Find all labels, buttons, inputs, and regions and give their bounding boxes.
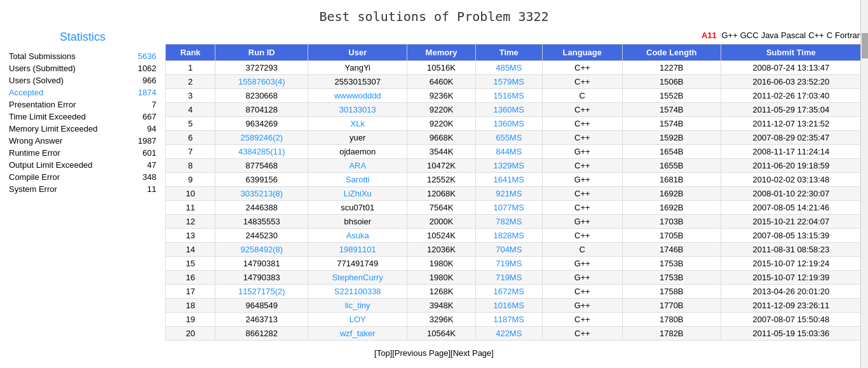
footer-link[interactable]: [Previous Page]: [392, 348, 451, 358]
user-cell[interactable]: LOY: [308, 313, 407, 327]
user-link[interactable]: Asuka: [346, 231, 369, 240]
footer-link[interactable]: [Next Page]: [451, 348, 494, 358]
rank-cell: 19: [166, 313, 215, 327]
runid-cell[interactable]: 15587603(4): [215, 75, 308, 89]
time-cell: 1360MS: [475, 103, 542, 117]
filter-item[interactable]: C: [827, 31, 832, 40]
runid-cell: 9648549: [215, 299, 308, 313]
filter-item[interactable]: Fortran: [835, 31, 862, 40]
user-link[interactable]: 30133013: [339, 105, 376, 114]
codelength-cell: 1692B: [622, 201, 721, 215]
rank-cell: 14: [166, 243, 215, 257]
runid-cell[interactable]: 2589246(2): [215, 131, 308, 145]
time-cell: 1579MS: [475, 75, 542, 89]
user-cell[interactable]: 30133013: [308, 103, 407, 117]
time-cell: 1187MS: [475, 313, 542, 327]
runid-link[interactable]: 9258492(8): [241, 245, 283, 254]
time-cell: 704MS: [475, 243, 542, 257]
runid-cell: 3727293: [215, 61, 308, 75]
runid-link[interactable]: 3035213(8): [241, 189, 283, 198]
table-header-cell: Memory: [407, 44, 475, 61]
memory-cell: 1268K: [407, 285, 475, 299]
language-cell: C: [542, 243, 622, 257]
codelength-cell: 1552B: [622, 89, 721, 103]
user-link[interactable]: LOY: [349, 315, 366, 324]
filter-item[interactable]: G++: [721, 31, 737, 40]
user-cell[interactable]: 19891101: [308, 243, 407, 257]
time-cell: 485MS: [475, 61, 542, 75]
table-row: 1214835553bhsoier2000K782MSG++1703B2015-…: [166, 215, 862, 229]
user-cell[interactable]: ARA: [308, 159, 407, 173]
filter-item[interactable]: Pascal: [781, 31, 806, 40]
user-cell[interactable]: XLk: [308, 117, 407, 131]
table-row: 96399156Sarotti12552K1641MSG++1681B2010-…: [166, 173, 862, 187]
table-header-cell: Rank: [166, 44, 215, 61]
table-row: 62589246(2)yuer9668K655MSC++1592B2007-08…: [166, 131, 862, 145]
language-cell: G++: [542, 299, 622, 313]
stat-value[interactable]: 5636: [128, 50, 159, 62]
stat-label: Runtime Error: [6, 147, 128, 159]
user-cell[interactable]: wwwwodddd: [308, 89, 407, 103]
user-link[interactable]: XLk: [351, 119, 365, 128]
user-link[interactable]: StephenCurry: [332, 273, 383, 282]
user-link[interactable]: ARA: [349, 161, 366, 170]
runid-link[interactable]: 4384285(11): [238, 147, 285, 156]
stat-label: Wrong Answer: [6, 135, 128, 147]
user-cell[interactable]: StephenCurry: [308, 271, 407, 285]
user-cell[interactable]: Sarotti: [308, 173, 407, 187]
time-cell: 1672MS: [475, 285, 542, 299]
filter-item[interactable]: C++: [808, 31, 824, 40]
stat-label: System Error: [6, 183, 128, 195]
codelength-cell: 1592B: [622, 131, 721, 145]
user-link[interactable]: Sarotti: [346, 175, 370, 184]
user-cell[interactable]: S221100338: [308, 285, 407, 299]
codelength-cell: 1506B: [622, 75, 721, 89]
runid-cell: 14835553: [215, 215, 308, 229]
memory-cell: 10516K: [407, 61, 475, 75]
rank-cell: 17: [166, 285, 215, 299]
user-link[interactable]: wwwwodddd: [334, 91, 381, 100]
user-link[interactable]: LiZhiXu: [344, 189, 372, 198]
runid-link[interactable]: 2589246(2): [241, 133, 283, 142]
runid-cell[interactable]: 4384285(11): [215, 145, 308, 159]
user-cell[interactable]: wzf_taker: [308, 327, 407, 341]
scrollbar-thumb[interactable]: [862, 33, 868, 58]
scrollbar[interactable]: [860, 0, 868, 365]
time-cell: 719MS: [475, 257, 542, 271]
table-row: 74384285(11)ojdaemon3544K844MSG++1654B20…: [166, 145, 862, 159]
rank-cell: 11: [166, 201, 215, 215]
stat-value[interactable]: 1874: [128, 86, 159, 99]
runid-cell: 2463713: [215, 313, 308, 327]
language-cell: G++: [542, 271, 622, 285]
runid-link[interactable]: 15587603(4): [238, 77, 285, 86]
memory-cell: 12036K: [407, 243, 475, 257]
runid-cell[interactable]: 9258492(8): [215, 243, 308, 257]
submittime-cell: 2011-12-07 13:21:52: [721, 117, 861, 131]
stats-table: Total Submissions5636Users (Submitted)10…: [6, 50, 159, 195]
stat-value: 47: [128, 159, 159, 171]
user-link[interactable]: S221100338: [334, 287, 381, 296]
rank-cell: 6: [166, 131, 215, 145]
user-cell[interactable]: Asuka: [308, 229, 407, 243]
language-cell: C++: [542, 313, 622, 327]
language-cell: C++: [542, 131, 622, 145]
footer-link[interactable]: [Top]: [374, 348, 392, 358]
user-link[interactable]: lic_tiny: [345, 301, 370, 310]
table-header-cell: Submit Time: [721, 44, 861, 61]
codelength-cell: 1780B: [622, 313, 721, 327]
memory-cell: 9668K: [407, 131, 475, 145]
filter-item[interactable]: GCC: [740, 31, 759, 40]
runid-cell[interactable]: 3035213(8): [215, 187, 308, 201]
user-link[interactable]: wzf_taker: [340, 329, 376, 338]
filter-all[interactable]: A11: [702, 31, 717, 40]
runid-cell[interactable]: 11527175(2): [215, 285, 308, 299]
memory-cell: 12552K: [407, 173, 475, 187]
user-cell[interactable]: LiZhiXu: [308, 187, 407, 201]
memory-cell: 3544K: [407, 145, 475, 159]
user-cell[interactable]: lic_tiny: [308, 299, 407, 313]
codelength-cell: 1655B: [622, 159, 721, 173]
user-link[interactable]: 19891101: [339, 245, 376, 254]
runid-link[interactable]: 11527175(2): [238, 287, 285, 296]
filter-item[interactable]: Java: [761, 31, 778, 40]
table-row: 59634269XLk9220K1360MSC++1574B2011-12-07…: [166, 117, 862, 131]
